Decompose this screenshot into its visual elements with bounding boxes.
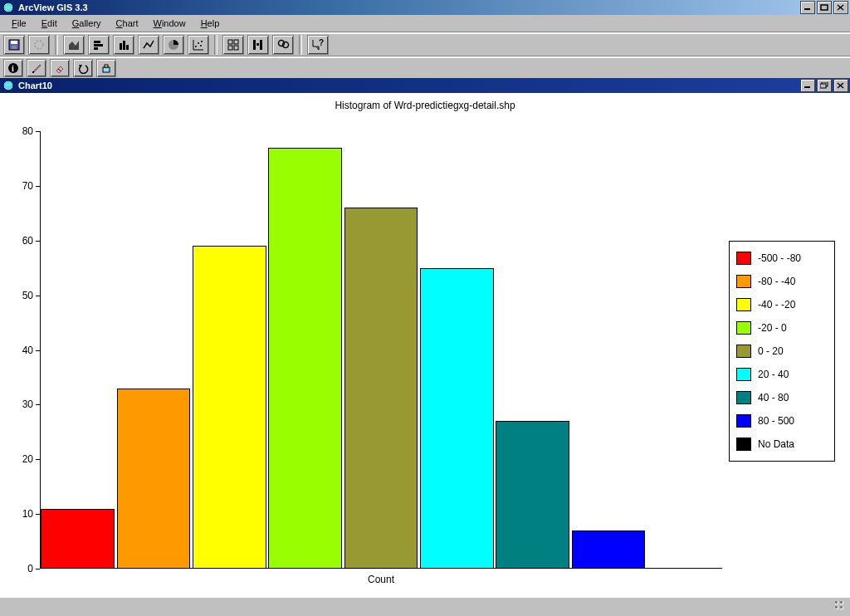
svg-marker-35 xyxy=(33,65,41,72)
legend-item: -500 - -80 xyxy=(736,247,828,270)
svg-rect-27 xyxy=(253,40,256,50)
series-icon xyxy=(252,38,265,51)
bar xyxy=(496,421,569,569)
bar xyxy=(117,389,191,569)
svg-rect-13 xyxy=(120,43,122,50)
y-tick-label: 30 xyxy=(22,398,40,410)
chart-gallery-button[interactable] xyxy=(222,35,244,55)
svg-rect-28 xyxy=(256,43,259,46)
resize-grip-icon[interactable] xyxy=(835,601,848,614)
find-icon xyxy=(276,38,290,51)
svg-point-19 xyxy=(195,46,197,47)
legend-swatch xyxy=(736,298,751,311)
legend-swatch xyxy=(736,438,751,451)
svg-marker-9 xyxy=(69,41,79,50)
chart-window-icon xyxy=(2,79,15,92)
legend-label: -20 - 0 xyxy=(758,322,787,334)
bar xyxy=(41,509,115,569)
main-toolbar: ? xyxy=(0,33,850,56)
svg-rect-11 xyxy=(94,44,103,46)
svg-point-20 xyxy=(198,42,199,44)
legend-swatch xyxy=(736,275,751,288)
svg-rect-14 xyxy=(123,41,125,50)
bars-container xyxy=(40,131,722,569)
x-axis-title: Count xyxy=(40,574,722,585)
y-tick-label: 80 xyxy=(22,125,40,137)
toolbar-separator xyxy=(214,35,217,55)
bar xyxy=(193,246,266,569)
svg-rect-36 xyxy=(32,71,34,73)
chart-area: Histogram of Wrd-predictiegxg-detail.shp… xyxy=(0,93,850,599)
menu-file[interactable]: File xyxy=(5,17,33,30)
svg-rect-15 xyxy=(126,45,129,50)
info-icon: i xyxy=(7,62,19,74)
edit-point-button[interactable] xyxy=(27,59,46,77)
find-button[interactable] xyxy=(272,35,294,55)
legend-item: 80 - 500 xyxy=(736,409,828,433)
app-titlebar: ArcView GIS 3.3 xyxy=(0,0,850,15)
scatter-chart-button[interactable] xyxy=(188,35,209,55)
context-help-button[interactable]: ? xyxy=(307,35,329,55)
bar-chart-button[interactable] xyxy=(88,35,110,55)
context-help-icon: ? xyxy=(311,38,325,51)
pie-chart-icon xyxy=(167,38,180,51)
print-button[interactable] xyxy=(28,35,50,55)
undo-button[interactable] xyxy=(73,59,93,77)
save-button[interactable] xyxy=(3,35,25,55)
erase-icon xyxy=(54,62,66,74)
erase-button[interactable] xyxy=(50,59,70,77)
menu-gallery[interactable]: Gallery xyxy=(66,17,108,30)
svg-rect-7 xyxy=(12,46,17,49)
bar-chart-icon xyxy=(92,38,105,51)
svg-text:?: ? xyxy=(319,38,324,47)
svg-rect-26 xyxy=(234,46,238,50)
y-tick-label: 0 xyxy=(27,563,40,574)
mdi-restore-button[interactable] xyxy=(817,79,832,92)
svg-point-22 xyxy=(201,41,203,42)
svg-rect-2 xyxy=(821,5,828,10)
legend-label: 80 - 500 xyxy=(758,415,794,427)
menu-chart[interactable]: Chart xyxy=(110,17,145,30)
legend-label: -40 - -20 xyxy=(758,299,795,310)
column-chart-button[interactable] xyxy=(113,35,134,55)
svg-rect-29 xyxy=(260,40,262,50)
undo-icon xyxy=(77,62,89,74)
svg-rect-10 xyxy=(94,41,100,43)
line-chart-icon xyxy=(142,38,155,51)
app-sys-buttons xyxy=(800,1,850,14)
plot-area: 0 10 20 30 40 50 60 70 80 Count xyxy=(40,131,722,569)
bar xyxy=(572,530,646,569)
secondary-toolbar: i xyxy=(0,57,850,78)
series-options-button[interactable] xyxy=(247,35,269,55)
svg-rect-6 xyxy=(11,41,17,44)
legend-item: -40 - -20 xyxy=(736,293,828,316)
bar xyxy=(344,208,418,569)
scatter-chart-icon xyxy=(192,38,205,51)
svg-rect-40 xyxy=(103,67,110,72)
close-button[interactable] xyxy=(833,1,848,14)
legend-swatch xyxy=(736,345,751,358)
save-icon xyxy=(7,38,21,51)
svg-rect-12 xyxy=(94,47,98,50)
pie-chart-button[interactable] xyxy=(163,35,184,55)
legend-swatch xyxy=(736,414,751,428)
mdi-close-button[interactable] xyxy=(833,79,848,92)
svg-rect-25 xyxy=(228,46,232,50)
menu-edit[interactable]: Edit xyxy=(35,17,64,30)
legend-label: 40 - 80 xyxy=(758,392,789,403)
area-chart-button[interactable] xyxy=(63,35,85,55)
menu-window[interactable]: Window xyxy=(147,17,193,30)
minimize-button[interactable] xyxy=(800,1,815,14)
legend-item: -20 - 0 xyxy=(736,316,828,340)
color-button[interactable] xyxy=(96,59,116,77)
mdi-minimize-button[interactable] xyxy=(800,79,815,92)
line-chart-button[interactable] xyxy=(138,35,159,55)
menu-help[interactable]: Help xyxy=(194,17,227,30)
maximize-button[interactable] xyxy=(817,1,832,14)
legend-item: -80 - -40 xyxy=(736,270,828,293)
svg-rect-45 xyxy=(820,84,826,88)
identify-button[interactable]: i xyxy=(3,59,23,77)
legend-swatch xyxy=(736,252,751,265)
y-tick-label: 40 xyxy=(22,345,40,356)
legend-label: 20 - 40 xyxy=(758,369,789,380)
